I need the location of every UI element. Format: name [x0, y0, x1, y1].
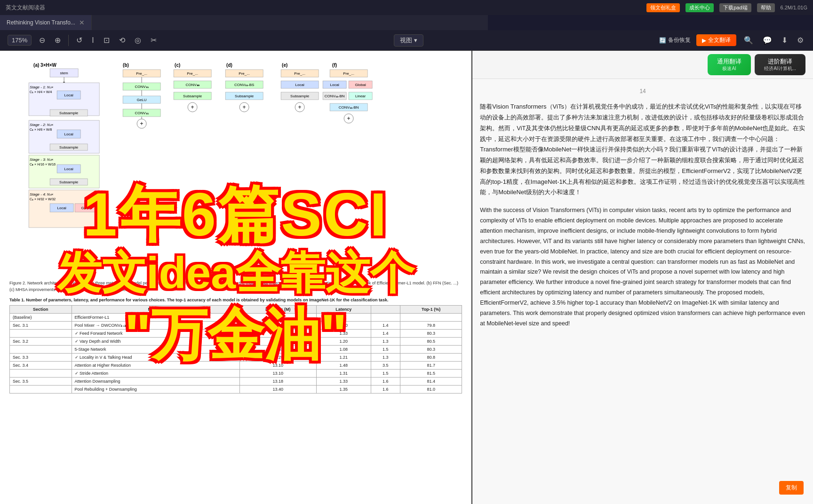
toolbar-right: 🔄 备份恢复 ▶ 全文翻译 🔍 💬 ⬇ ⚙: [659, 34, 805, 47]
svg-text:(b): (b): [123, 63, 129, 68]
svg-text:CONV₁₁: CONV₁₁: [135, 85, 149, 89]
svg-text:Pre_...: Pre_...: [294, 71, 305, 76]
cell-method: Attention at Higher Resolution: [72, 362, 239, 370]
svg-text:GeLU: GeLU: [137, 98, 147, 102]
gift-button[interactable]: 领文创礼盒: [646, 3, 680, 12]
eye-icon[interactable]: ◎: [133, 34, 143, 47]
cell-method: 5-Stage Network: [72, 346, 239, 354]
right-panel-header: 通用翻译 极速AI 进阶翻译 经济AI计算机...: [472, 51, 813, 79]
figure-caption: Figure 2. Network architectures. We cons…: [9, 280, 462, 293]
advanced-translate-sub: 经济AI计算机...: [764, 65, 796, 71]
view-button[interactable]: 视图 ▾: [394, 34, 423, 47]
cell-lat2: 3.5: [371, 362, 400, 370]
cell-lat2: 1.3: [371, 338, 400, 346]
copy-button[interactable]: 复制: [779, 481, 804, 495]
cell-top1: 81.7: [400, 362, 462, 370]
svg-text:stem: stem: [60, 71, 68, 75]
cell-lat1: 1.33: [317, 378, 371, 386]
tab-label: Rethinking Vision Transfo...: [7, 19, 75, 26]
svg-text:Stage - 1: N₁×: Stage - 1: N₁×: [30, 85, 54, 89]
search-icon[interactable]: 🔍: [742, 34, 755, 47]
col-latency2: [371, 306, 400, 314]
backup-restore-button[interactable]: 🔄 备份恢复: [659, 36, 691, 44]
cell-params: 12.24: [239, 338, 316, 346]
growth-button[interactable]: 成长中心: [685, 3, 714, 12]
toolbar-center: 视图 ▾: [394, 34, 423, 47]
tab-item-pdf[interactable]: Rethinking Vision Transfo... ✕: [0, 15, 92, 30]
cell-top1: 80.3: [400, 330, 462, 338]
translate-icon: ▶: [702, 37, 706, 44]
cell-params: 12.63: [239, 346, 316, 354]
svg-text:Linear: Linear: [355, 94, 366, 98]
full-translate-button[interactable]: ▶ 全文翻译: [696, 34, 736, 46]
advanced-translate-label: 进阶翻译: [768, 58, 792, 66]
general-translate-sub: 极速AI: [722, 65, 736, 71]
cell-section: [10, 330, 72, 338]
backup-icon: 🔄: [659, 37, 666, 44]
backup-label: 备份恢复: [668, 36, 691, 44]
speed-display: 6.2M/1.01G: [781, 5, 807, 10]
toolbar-separator-1: [68, 35, 69, 46]
zoom-out-icon[interactable]: ⊖: [37, 34, 47, 47]
tab-bar: Rethinking Vision Transfo... ✕: [0, 15, 488, 30]
main-content: (a) 3×H×W stem Stage - 1: N₁× C₁ × H/4 ×…: [0, 51, 813, 504]
cell-lat1: 1.20: [317, 338, 371, 346]
layout-icon[interactable]: ⊡: [102, 34, 112, 47]
right-panel: 通用翻译 极速AI 进阶翻译 经济AI计算机... 14 随着Vision Tr…: [471, 51, 813, 504]
svg-text:(e): (e): [282, 63, 287, 68]
top-bar-right: 领文创礼盒 成长中心 下载pad端 帮助 6.2M/1.01G: [646, 3, 807, 12]
cell-method: Attention Downsampling: [72, 378, 239, 386]
svg-text:(c): (c): [175, 63, 180, 68]
cell-method: Pool Rebuilding + Downsampling: [72, 386, 239, 394]
svg-text:Global: Global: [355, 83, 366, 87]
cell-params: 13.40: [239, 386, 316, 394]
cell-section: Sec. 3.5: [10, 378, 72, 386]
cell-method: ✓ Feed Forward Network: [72, 330, 239, 338]
tab-close-icon[interactable]: ✕: [79, 19, 85, 26]
cell-section: (Baseline): [10, 314, 72, 322]
svg-text:Local: Local: [57, 206, 66, 210]
rotate-icon[interactable]: ⟲: [117, 34, 127, 47]
svg-text:C₄ × H/32 × W/32: C₄ × H/32 × W/32: [30, 197, 56, 201]
svg-text:Pre_...: Pre_...: [343, 71, 354, 76]
scissors-icon[interactable]: ✂: [149, 34, 159, 47]
cell-lat2: 1.3: [371, 354, 400, 362]
cell-top1: 80.3: [400, 346, 462, 354]
english-original-block: With the success of Vision Transformers …: [480, 205, 805, 329]
cell-method: EfficientFormer-L1: [72, 314, 239, 322]
cell-lat1: 1.21: [317, 354, 371, 362]
cell-lat1: 1.33: [317, 330, 371, 338]
cell-params: 13.10: [239, 370, 316, 378]
download-button[interactable]: 下载pad端: [719, 3, 751, 12]
comment-icon[interactable]: 💬: [761, 34, 774, 47]
help-button[interactable]: 帮助: [757, 3, 775, 12]
svg-text:(d): (d): [226, 63, 232, 68]
settings-icon[interactable]: ⚙: [795, 34, 805, 47]
table-row: ✓ Feed Forward Network 12.37 1.33 1.4 80…: [10, 330, 462, 338]
table-row: Sec. 3.2 ✓ Vary Depth and Width 12.24 1.…: [10, 338, 462, 346]
cell-top1: 81.5: [400, 370, 462, 378]
table-row: ✓ Stride Attention 13.10 1.31 1.5 81.5: [10, 370, 462, 378]
cell-top1: 79.8: [400, 322, 462, 330]
top-bar: 英文文献阅读器 领文创礼盒 成长中心 下载pad端 帮助 6.2M/1.01G: [0, 0, 813, 15]
cell-lat2: [371, 314, 400, 322]
cell-section: Sec. 3.2: [10, 338, 72, 346]
svg-text:Global: Global: [81, 206, 92, 210]
cell-method: ✓ Stride Attention: [72, 370, 239, 378]
cell-section: [10, 346, 72, 354]
zoom-in-icon[interactable]: ⊕: [53, 34, 63, 47]
cell-section: [10, 386, 72, 394]
table-row: (Baseline) EfficientFormer-L1 12.25: [10, 314, 462, 322]
download-icon[interactable]: ⬇: [780, 34, 789, 47]
reset-icon[interactable]: ↺: [74, 34, 84, 47]
svg-text:CONV₃₃: CONV₃₃: [186, 83, 199, 87]
right-panel-content[interactable]: 14 随着Vision Transformers（ViTs）在计算机视觉任务中的…: [472, 79, 813, 504]
text-select-icon[interactable]: I: [90, 34, 96, 47]
advanced-translate-button[interactable]: 进阶翻译 经济AI计算机...: [755, 54, 805, 76]
zoom-level[interactable]: 175%: [8, 35, 32, 46]
general-translate-button[interactable]: 通用翻译 极速AI: [708, 54, 751, 76]
table-row: Sec. 3.1 Pool Mixer → DWCONV₃ₓ₃ 12.27 1.…: [10, 322, 462, 330]
top-bar-left: 英文文献阅读器: [6, 4, 45, 12]
svg-text:C₃ × H/16 × W/16: C₃ × H/16 × W/16: [30, 163, 56, 166]
view-chevron-icon: ▾: [414, 37, 417, 44]
